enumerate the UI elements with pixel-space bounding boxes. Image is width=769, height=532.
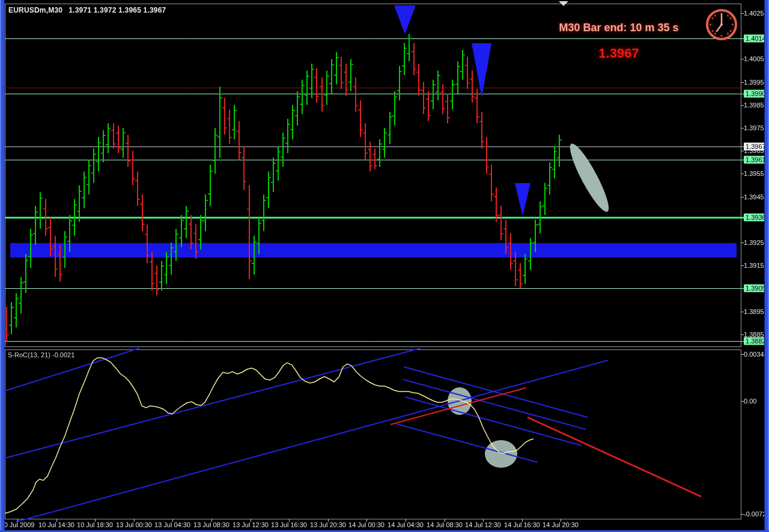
trading-platform-window: EURUSDm,M301.3971 1.3972 1.3965 1.3967 M… — [0, 0, 769, 532]
indicator-scale-label: -0.0072 — [744, 510, 766, 518]
symbol-timeframe-label: EURUSDm,M30 — [8, 6, 62, 14]
time-scale-label: 14 Jul 20:30 — [536, 521, 585, 528]
price-scale-label: 1.3985 — [744, 101, 764, 109]
window-border-left — [0, 0, 5, 532]
price-scale-label: 1.4005 — [744, 55, 764, 63]
chart-title: EURUSDm,M301.3971 1.3972 1.3965 1.3967 — [8, 6, 166, 14]
price-scale-label: 1.3895 — [744, 307, 764, 315]
window-border-right — [764, 0, 769, 532]
clock-icon — [705, 8, 738, 41]
price-scale-label: 1.4025 — [744, 10, 764, 17]
price-chart-canvas[interactable] — [0, 0, 769, 532]
indicator-scale-label: 0.00 — [744, 397, 756, 405]
price-scale-label: 1.3995 — [744, 78, 764, 86]
ohlc-quotes-label: 1.3971 1.3972 1.3965 1.3967 — [68, 6, 166, 14]
price-scale-label: 1.3955 — [744, 170, 764, 178]
indicator-scale-label: 0.0034 — [744, 351, 764, 358]
price-scale-label: 1.3925 — [744, 239, 764, 247]
current-price-readout: 1.3967 — [535, 46, 703, 61]
price-scale-label: 1.3975 — [744, 124, 764, 132]
price-scale-label: 1.3915 — [744, 262, 764, 270]
clock-hands — [717, 14, 722, 31]
price-scale-label: 1.3945 — [744, 193, 764, 201]
bar-countdown-label: M30 Bar end: 10 m 35 s — [535, 22, 703, 34]
indicator-name-label: S-RoC(13, 21) -0.0021 — [8, 351, 74, 358]
